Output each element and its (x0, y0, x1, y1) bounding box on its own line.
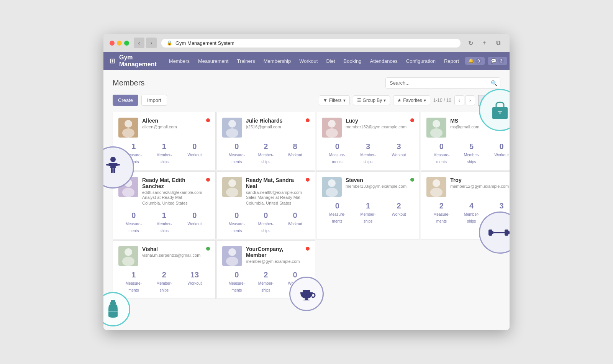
measurements-label: Measure-ments (229, 222, 245, 233)
member-avatar (322, 118, 342, 138)
nav-links: Members Measurement Trainers Membership … (165, 56, 463, 66)
measurements-label: Measure-ments (433, 212, 449, 223)
member-avatar (118, 177, 138, 197)
member-email: alleen@gmail.com (142, 125, 202, 129)
measurements-stat: 0 Measure-ments (222, 211, 251, 234)
nav-measurement[interactable]: Measurement (194, 56, 232, 66)
nav-diet[interactable]: Diet (322, 56, 339, 66)
forward-button[interactable]: › (146, 38, 157, 48)
member-avatar (322, 177, 342, 197)
list-view-button[interactable]: ≡ (490, 95, 500, 106)
member-avatar (118, 246, 138, 266)
prev-page-button[interactable]: ‹ (454, 95, 464, 105)
messages-button[interactable]: 💬 3 (488, 57, 507, 65)
measurements-value: 2 (426, 202, 456, 210)
message-icon: 💬 (491, 58, 497, 64)
new-tab-button[interactable]: + (479, 38, 490, 48)
member-header: Lucy member132@gym.example.com (322, 118, 414, 138)
member-card[interactable]: Lucy member132@gym.example.com 0 Measure… (316, 112, 420, 171)
member-name: Alleen (142, 118, 202, 124)
member-card[interactable]: YourCompany, Member member@gym.example.c… (216, 240, 315, 299)
member-card[interactable]: Troy member12@gym.example.com 2 Measure-… (421, 171, 510, 239)
memberships-stat: 5 Member-ships (456, 142, 486, 165)
member-card[interactable]: Julie Richards jr2516@gmail.com 0 Measur… (216, 112, 315, 171)
memberships-value: 1 (352, 202, 383, 210)
nav-attendances[interactable]: Attendances (366, 56, 401, 66)
memberships-stat: 1 Member-ships (352, 202, 383, 224)
duplicate-button[interactable]: ⧉ (493, 38, 503, 48)
view-buttons: ⊞ ≡ (478, 95, 500, 106)
nav-workout[interactable]: Workout (295, 56, 321, 66)
svg-point-36 (430, 188, 443, 197)
search-wrapper: 🔍 (385, 77, 500, 89)
member-info: Steven member133@gym.example.com (346, 177, 406, 189)
status-indicator (410, 178, 414, 182)
group-by-label: Group By (363, 98, 382, 103)
svg-point-29 (125, 179, 132, 187)
nav-members[interactable]: Members (165, 56, 193, 66)
member-email: vishal.m.serpentcs@gmail.com (142, 253, 202, 257)
svg-point-40 (226, 257, 238, 266)
filters-button[interactable]: ▼ Filters ▾ (319, 95, 350, 105)
workouts-label: Workout (187, 281, 202, 285)
workouts-label: Workout (288, 222, 302, 226)
member-card[interactable]: Vishal vishal.m.serpentcs@gmail.com 1 Me… (113, 240, 216, 299)
svg-point-38 (122, 257, 134, 266)
app-navbar: ⊞ Gym Management Members Measurement Tra… (103, 52, 510, 70)
member-card[interactable]: Steven member133@gym.example.com 0 Measu… (316, 171, 420, 239)
svg-point-33 (328, 179, 336, 187)
refresh-button[interactable]: ↻ (465, 38, 476, 48)
import-button[interactable]: Import (141, 95, 167, 106)
memberships-stat: 2 Member-ships (251, 271, 280, 293)
nav-membership[interactable]: Membership (260, 56, 295, 66)
memberships-value: 2 (149, 271, 180, 279)
workouts-label: Workout (288, 281, 302, 285)
measurements-value: 0 (322, 142, 352, 151)
workouts-label: Workout (187, 153, 202, 157)
member-header: Troy member12@gym.example.com (426, 177, 510, 197)
lock-icon: 🔒 (167, 40, 172, 46)
nav-configuration[interactable]: Configuration (402, 56, 439, 66)
address-bar[interactable]: 🔒 Gym Management System (161, 39, 461, 48)
message-count: 3 (498, 58, 504, 64)
measurements-label: Measure-ments (229, 281, 245, 292)
nav-booking[interactable]: Booking (340, 56, 366, 66)
nav-report[interactable]: Report (440, 56, 463, 66)
notification-count: 9 (475, 58, 482, 64)
member-card[interactable]: MS ms@gmail.com 0 Measure-ments 5 Member… (421, 112, 510, 171)
member-email: sandra.neal80@example.com (246, 190, 302, 195)
measurements-stat: 0 Measure-ments (426, 142, 456, 165)
workouts-value: 8 (280, 142, 310, 151)
member-card[interactable]: Ready Mat, Sandra Neal sandra.neal80@exa… (216, 171, 315, 239)
member-card[interactable]: Alleen alleen@gmail.com 1 Measure-ments … (113, 112, 216, 171)
member-name: Julie Richards (246, 118, 302, 124)
grid-view-button[interactable]: ⊞ (478, 95, 489, 106)
member-stats: 0 Measure-ments 5 Member-ships 0 Workout (426, 142, 510, 165)
measurements-value: 0 (222, 211, 251, 220)
nav-trainers[interactable]: Trainers (233, 56, 259, 66)
workouts-value: 0 (179, 211, 210, 220)
group-by-icon: ☰ (357, 98, 361, 103)
svg-point-34 (326, 188, 338, 197)
member-info: Lucy member132@gym.example.com (346, 118, 406, 129)
app-content: Members 🔍 Create Import ▼ Filters ▾ ☰ (103, 70, 510, 330)
star-icon: ★ (397, 98, 402, 103)
member-avatar (426, 177, 446, 197)
filters-caret: ▾ (343, 98, 346, 103)
member-header: Ready Mat, Sandra Neal sandra.neal80@exa… (222, 177, 310, 207)
member-card[interactable]: Ready Mat, Edith Sanchez edith.sanchez68… (113, 171, 216, 239)
search-input[interactable] (385, 77, 500, 89)
back-button[interactable]: ‹ (134, 38, 144, 48)
group-by-button[interactable]: ☰ Group By ▾ (353, 95, 390, 105)
create-button[interactable]: Create (113, 95, 138, 106)
svg-point-22 (122, 128, 134, 138)
member-email: member133@gym.example.com (346, 184, 406, 189)
member-stats: 0 Measure-ments 3 Member-ships 3 Workout (322, 142, 414, 165)
workouts-stat: 0 Workout (179, 142, 210, 165)
measurements-label: Measure-ments (329, 153, 345, 164)
next-page-button[interactable]: › (465, 95, 475, 105)
favorites-button[interactable]: ★ Favorites ▾ (393, 95, 430, 105)
svg-point-39 (228, 248, 236, 256)
member-name: Vishal (142, 246, 202, 252)
notifications-button[interactable]: 🔔 9 (465, 57, 485, 65)
